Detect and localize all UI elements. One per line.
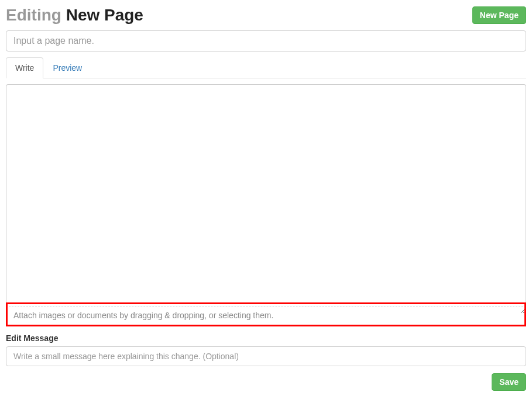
editor-tabs: Write Preview <box>6 57 526 78</box>
title-name: New Page <box>66 6 143 24</box>
attach-dropzone[interactable]: Attach images or documents by dragging &… <box>9 307 523 324</box>
save-button[interactable]: Save <box>492 373 526 391</box>
page-title: Editing New Page <box>6 6 143 25</box>
attach-highlight: Attach images or documents by dragging &… <box>6 302 526 326</box>
new-page-button[interactable]: New Page <box>472 6 526 24</box>
tab-preview[interactable]: Preview <box>43 57 91 78</box>
page-name-input[interactable] <box>6 30 526 51</box>
tab-write[interactable]: Write <box>6 57 43 78</box>
edit-message-label: Edit Message <box>6 333 526 343</box>
edit-message-input[interactable] <box>6 346 526 366</box>
content-editor[interactable] <box>6 84 526 314</box>
title-prefix: Editing <box>6 6 61 24</box>
